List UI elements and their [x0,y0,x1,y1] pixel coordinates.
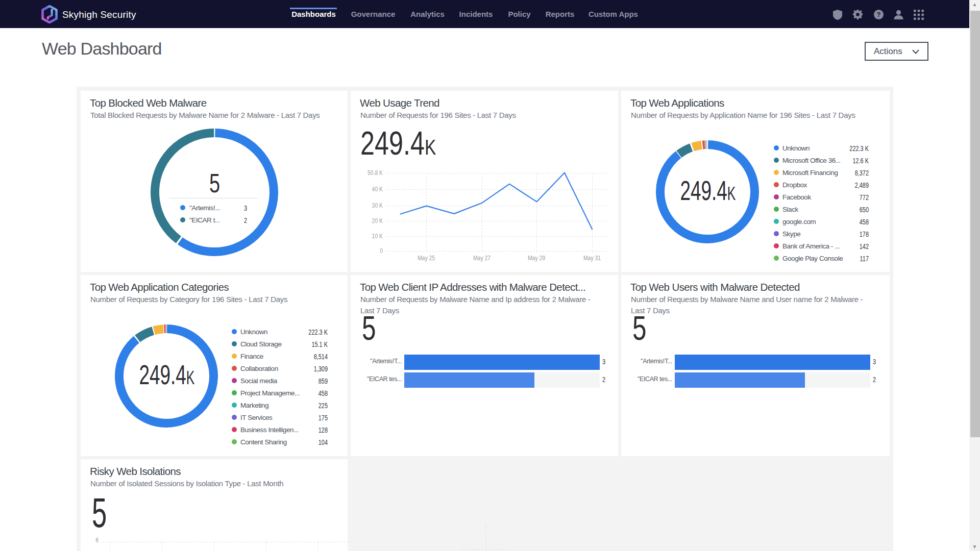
svg-text:?: ? [877,11,881,18]
